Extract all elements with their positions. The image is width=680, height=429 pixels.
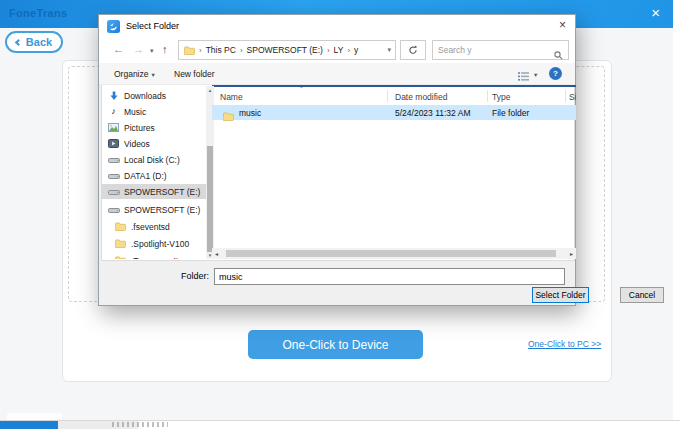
sidebar-item-label: .TemporaryItems bbox=[131, 256, 194, 260]
one-click-to-device-button[interactable]: One-Click to Device bbox=[248, 330, 423, 359]
scroll-right-icon[interactable]: ▸ bbox=[570, 250, 573, 257]
column-header[interactable]: Date modified bbox=[395, 92, 447, 102]
dialog-title: Select Folder bbox=[126, 21, 179, 31]
close-icon[interactable]: × bbox=[651, 4, 660, 21]
address-separator: › bbox=[327, 46, 330, 55]
music-icon: ♪ bbox=[107, 107, 120, 116]
dialog-titlebar[interactable]: Select Folder × bbox=[99, 15, 575, 37]
drive-icon bbox=[107, 188, 120, 196]
address-bar-row: ← → ▾ ↑ ›This PC›SPOWERSOFT (E:)›LY›y ▾ bbox=[99, 37, 575, 63]
new-folder-button[interactable]: New folder bbox=[174, 69, 215, 79]
horizontal-scrollbar[interactable]: ◂ ▸ bbox=[212, 248, 576, 259]
app-logo-icon bbox=[107, 19, 120, 32]
address-separator: › bbox=[240, 46, 243, 55]
app-title: FoneTrans bbox=[9, 7, 67, 19]
sidebar-item-label: SPOWERSOFT (E:) bbox=[124, 205, 200, 215]
chevron-left-icon bbox=[15, 39, 22, 46]
address-segment[interactable]: SPOWERSOFT (E:) bbox=[247, 45, 323, 55]
address-segment[interactable]: y bbox=[354, 45, 358, 55]
view-options-caret-icon[interactable]: ▾ bbox=[534, 71, 537, 79]
folder-field-label: Folder: bbox=[155, 271, 209, 281]
refresh-icon bbox=[408, 41, 418, 59]
chevron-down-icon: ▾ bbox=[152, 71, 155, 78]
sidebar-item[interactable]: ♪Music bbox=[102, 104, 206, 119]
drive-icon bbox=[107, 172, 120, 180]
sidebar-item-label: .fseventsd bbox=[131, 222, 170, 232]
scrollbar-thumb[interactable] bbox=[226, 250, 556, 257]
sidebar-item[interactable]: .TemporaryItems bbox=[102, 253, 206, 259]
address-segment[interactable]: LY bbox=[334, 45, 344, 55]
list-view-icon[interactable] bbox=[517, 68, 530, 86]
column-divider bbox=[487, 90, 488, 102]
sidebar-item[interactable]: Pictures bbox=[102, 120, 206, 135]
scroll-left-icon[interactable]: ◂ bbox=[215, 250, 218, 257]
download-icon bbox=[107, 91, 120, 101]
screen: FoneTrans × Back One-Click to Device One… bbox=[0, 0, 680, 429]
folder-icon bbox=[223, 107, 234, 125]
video-icon bbox=[107, 139, 120, 148]
one-click-to-pc-link[interactable]: One-Click to PC >> bbox=[528, 339, 601, 349]
drive-icon bbox=[107, 156, 120, 164]
file-type: File folder bbox=[492, 108, 529, 118]
sidebar-item[interactable]: SPOWERSOFT (E:) bbox=[102, 184, 206, 199]
clipped-text-fragment bbox=[112, 422, 168, 427]
sidebar-item-label: Downloads bbox=[124, 91, 166, 101]
search-icon bbox=[554, 46, 563, 64]
address-segment[interactable]: This PC bbox=[206, 45, 236, 55]
organize-button[interactable]: Organize▾ bbox=[114, 69, 155, 79]
address-separator: › bbox=[199, 46, 202, 55]
sidebar-item[interactable]: .fseventsd bbox=[102, 219, 206, 234]
sidebar-item-label: Pictures bbox=[124, 123, 155, 133]
sidebar-item-label: Local Disk (C:) bbox=[124, 155, 180, 165]
sidebar-item-label: .Spotlight-V100 bbox=[131, 239, 189, 249]
sidebar-item[interactable]: DATA1 (D:) bbox=[102, 168, 206, 183]
address-separator: › bbox=[347, 46, 350, 55]
dialog-main-area: Downloads♪MusicPicturesVideosLocal Disk … bbox=[101, 85, 575, 261]
picture-icon bbox=[107, 123, 120, 132]
cancel-button[interactable]: Cancel bbox=[620, 287, 664, 303]
refresh-button[interactable] bbox=[400, 40, 426, 60]
nav-up-icon[interactable]: ↑ bbox=[162, 42, 168, 56]
page-background-strip bbox=[673, 0, 680, 429]
sidebar-item[interactable]: Videos bbox=[102, 136, 206, 151]
column-header[interactable]: Type bbox=[492, 92, 510, 102]
search-box bbox=[432, 40, 569, 60]
drive-icon bbox=[107, 206, 120, 214]
dialog-toolbar: Organize▾ New folder ▾ ? bbox=[99, 63, 575, 85]
file-row[interactable]: music5/24/2023 11:32 AMFile folder bbox=[212, 105, 576, 120]
folder-icon bbox=[114, 239, 127, 248]
address-segments: ›This PC›SPOWERSOFT (E:)›LY›y bbox=[196, 45, 359, 55]
select-folder-dialog: Select Folder × ← → ▾ ↑ ›This PC›SPOWERS… bbox=[98, 14, 576, 306]
search-input[interactable] bbox=[438, 42, 553, 58]
help-icon[interactable]: ? bbox=[549, 67, 562, 80]
sort-ascending-icon: ˆ bbox=[300, 87, 303, 94]
back-button[interactable]: Back bbox=[5, 31, 63, 53]
dialog-close-icon[interactable]: × bbox=[559, 18, 566, 32]
clipped-blue-bar bbox=[0, 421, 58, 429]
column-header[interactable]: Size bbox=[569, 92, 576, 102]
column-divider bbox=[565, 90, 566, 102]
nav-forward-icon[interactable]: → bbox=[133, 42, 144, 56]
sidebar-item[interactable]: Downloads bbox=[102, 88, 206, 103]
address-box[interactable]: ›This PC›SPOWERSOFT (E:)›LY›y ▾ bbox=[178, 40, 396, 60]
sidebar-item[interactable]: Local Disk (C:) bbox=[102, 152, 206, 167]
nav-recent-caret-icon[interactable]: ▾ bbox=[150, 44, 154, 58]
folder-name-input[interactable] bbox=[214, 268, 565, 285]
column-header[interactable]: Name bbox=[220, 92, 243, 102]
sidebar-item-label: Music bbox=[124, 107, 146, 117]
folder-icon bbox=[183, 46, 196, 55]
sidebar-item[interactable]: .Spotlight-V100 bbox=[102, 236, 206, 251]
nav-back-icon[interactable]: ← bbox=[113, 42, 124, 56]
address-dropdown-icon[interactable]: ▾ bbox=[387, 46, 391, 54]
back-button-label: Back bbox=[26, 36, 52, 48]
select-folder-button[interactable]: Select Folder bbox=[532, 287, 589, 303]
bottom-area bbox=[0, 382, 673, 420]
clipped-element bbox=[7, 413, 62, 420]
column-divider bbox=[387, 90, 388, 102]
sidebar-item[interactable]: SPOWERSOFT (E:) bbox=[102, 202, 206, 217]
folder-icon bbox=[114, 256, 127, 259]
sidebar-item-label: Videos bbox=[124, 139, 150, 149]
file-list-header: NameˆDate modifiedTypeSize bbox=[212, 87, 576, 104]
file-date-modified: 5/24/2023 11:32 AM bbox=[395, 108, 470, 118]
sidebar-item-label: SPOWERSOFT (E:) bbox=[124, 187, 200, 197]
